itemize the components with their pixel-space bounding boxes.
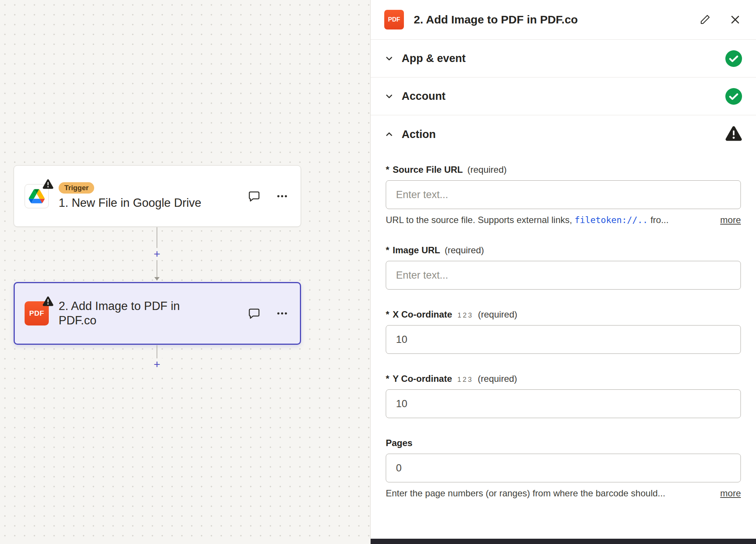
add-step-button[interactable]: +: [151, 248, 163, 260]
source-file-url-input[interactable]: [386, 180, 741, 209]
field-label-row: Pages: [386, 438, 741, 448]
required-star: *: [386, 164, 389, 175]
rename-step-button[interactable]: [698, 12, 712, 27]
field-label: Image URL: [393, 245, 440, 256]
help-text-part: fro...: [648, 215, 669, 225]
more-link[interactable]: more: [720, 488, 741, 499]
section-account[interactable]: Account: [371, 77, 756, 115]
field-help-row: URL to the source file. Supports externa…: [386, 215, 741, 225]
step-card-new-file-google-drive[interactable]: Trigger 1. New File in Google Drive: [14, 165, 301, 227]
required-note: (required): [478, 374, 517, 384]
section-action[interactable]: Action: [371, 115, 756, 153]
step1-text: Trigger 1. New File in Google Drive: [59, 182, 242, 210]
field-label-row: * Image URL (required): [386, 245, 741, 256]
workflow-canvas[interactable]: Trigger 1. New File in Google Drive + PD…: [0, 0, 371, 544]
step-card-add-image-to-pdf[interactable]: PDF 2. Add Image to PDF in PDF.co: [14, 282, 301, 345]
panel-header: PDF 2. Add Image to PDF in PDF.co: [371, 0, 756, 40]
required-star: *: [386, 374, 389, 384]
close-panel-button[interactable]: [728, 12, 742, 27]
panel-header-actions: [698, 12, 742, 27]
step1-icon-wrap: [25, 184, 49, 208]
trigger-badge: Trigger: [59, 182, 94, 194]
required-note: (required): [445, 245, 484, 256]
filetoken-code: filetoken://..: [574, 215, 648, 225]
step2-text: 2. Add Image to PDF in PDF.co: [59, 299, 242, 328]
panel-title: 2. Add Image to PDF in PDF.co: [414, 13, 698, 26]
chevron-up-icon: [384, 129, 394, 139]
field-help-row: Enter the page numbers (or ranges) from …: [386, 488, 741, 499]
connector-arrow-icon: [154, 277, 160, 281]
field-label: Source File URL: [393, 164, 463, 175]
pages-input[interactable]: [386, 454, 741, 482]
note-button[interactable]: [246, 188, 262, 204]
number-type-icon: 123: [458, 312, 473, 319]
field-label-row: * Source File URL (required): [386, 164, 741, 175]
chevron-down-icon: [384, 54, 394, 64]
more-options-button[interactable]: [274, 188, 290, 204]
more-link[interactable]: more: [720, 215, 741, 225]
required-note: (required): [478, 309, 517, 320]
field-pages: Pages Enter the page numbers (or ranges)…: [386, 438, 741, 499]
step2-actions: [246, 305, 290, 321]
add-step-button[interactable]: +: [151, 358, 163, 370]
field-label-row: * Y Co-ordinate 123 (required): [386, 374, 741, 384]
field-label: X Co-ordinate: [393, 309, 452, 320]
step1-actions: [246, 188, 290, 204]
required-star: *: [386, 245, 389, 256]
number-type-icon: 123: [457, 376, 473, 384]
field-help-text: URL to the source file. Supports externa…: [386, 215, 713, 225]
section-label: Action: [402, 128, 725, 141]
step1-title: 1. New File in Google Drive: [59, 196, 210, 210]
step2-title: 2. Add Image to PDF in PDF.co: [59, 299, 210, 328]
section-label: App & event: [402, 52, 725, 65]
y-coordinate-input[interactable]: [386, 389, 741, 418]
warning-icon: [42, 296, 54, 307]
field-help-text: Enter the page numbers (or ranges) from …: [386, 488, 713, 499]
field-label: Y Co-ordinate: [393, 374, 452, 384]
section-app-and-event[interactable]: App & event: [371, 40, 756, 77]
warning-icon: [42, 179, 54, 189]
image-url-input[interactable]: [386, 261, 741, 290]
chevron-down-icon: [384, 91, 394, 101]
action-form: * Source File URL (required) URL to the …: [371, 153, 756, 539]
step2-icon-wrap: PDF: [25, 301, 49, 325]
required-note: (required): [467, 164, 507, 175]
section-label: Account: [402, 90, 725, 102]
complete-check-icon: [725, 50, 742, 67]
field-label: Pages: [386, 438, 413, 448]
more-options-button[interactable]: [274, 305, 290, 321]
field-y-coordinate: * Y Co-ordinate 123 (required): [386, 374, 741, 418]
step-config-panel: PDF 2. Add Image to PDF in PDF.co App & …: [371, 0, 756, 544]
field-label-row: * X Co-ordinate 123 (required): [386, 309, 741, 320]
pdfco-icon: PDF: [384, 10, 404, 29]
help-text-part: URL to the source file. Supports externa…: [386, 215, 574, 225]
warning-icon: [725, 126, 742, 143]
note-button[interactable]: [246, 305, 262, 321]
complete-check-icon: [725, 88, 742, 105]
field-image-url: * Image URL (required): [386, 245, 741, 290]
field-x-coordinate: * X Co-ordinate 123 (required): [386, 309, 741, 354]
required-star: *: [386, 309, 389, 320]
field-source-file-url: * Source File URL (required) URL to the …: [386, 164, 741, 225]
x-coordinate-input[interactable]: [386, 325, 741, 354]
footer-bar: [371, 539, 756, 544]
